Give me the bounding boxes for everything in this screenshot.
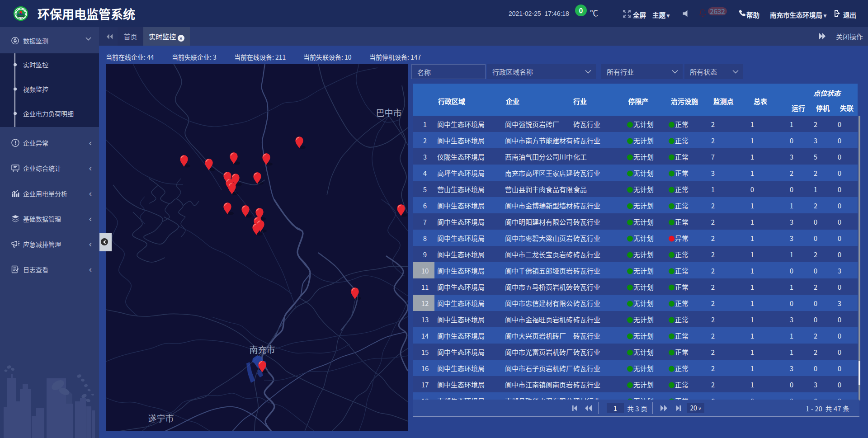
svg-text:南充市: 南充市 <box>249 343 275 355</box>
svg-text:遂宁市: 遂宁市 <box>148 412 174 424</box>
svg-text:巴中市: 巴中市 <box>376 106 401 118</box>
svg-text:环境监测: 环境监测 <box>18 16 24 19</box>
